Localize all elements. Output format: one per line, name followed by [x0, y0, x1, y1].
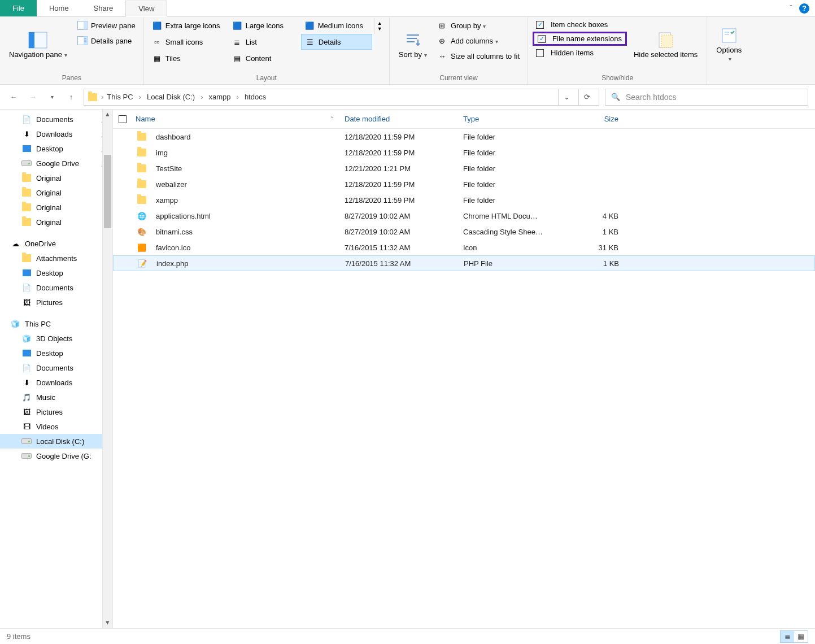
this-pc-item[interactable]: 🎞Videos	[0, 419, 112, 434]
this-pc-item[interactable]: Local Disk (C:)	[0, 434, 112, 449]
tree-this-pc[interactable]: 🧊This PC	[0, 316, 112, 331]
tab-view[interactable]: View	[125, 1, 167, 17]
file-row[interactable]: webalizer12/18/2020 11:59 PMFile folder	[113, 176, 815, 192]
search-box[interactable]: 🔍	[605, 89, 808, 106]
details-pane-button[interactable]: Details pane	[74, 33, 139, 48]
navigation-pane-button[interactable]: Navigation pane	[5, 18, 72, 71]
breadcrumb-sep-icon[interactable]: ›	[101, 93, 103, 101]
tab-home[interactable]: Home	[37, 0, 81, 16]
nav-forward-button[interactable]: →	[26, 90, 40, 104]
this-pc-item[interactable]: 📄Documents	[0, 360, 112, 375]
file-row[interactable]: xampp12/18/2020 11:59 PMFile folder	[113, 192, 815, 208]
file-name: applications.html	[156, 212, 211, 220]
ribbon-group-options: Options	[707, 17, 751, 84]
scroll-up-icon[interactable]: ▴	[103, 110, 112, 120]
file-row[interactable]: TestSite12/21/2020 1:21 PMFile folder	[113, 160, 815, 176]
view-toggle-icons[interactable]: ▦	[794, 631, 808, 642]
layout-tiles[interactable]: ▦Tiles	[149, 51, 228, 66]
drive-icon	[21, 158, 32, 168]
tab-file[interactable]: File	[0, 0, 37, 16]
hidden-items-toggle[interactable]: Hidden items	[533, 46, 627, 59]
quick-access-item[interactable]: 📄Documents📌	[0, 112, 112, 127]
tree-onedrive[interactable]: ☁OneDrive	[0, 236, 112, 251]
column-header-date[interactable]: Date modified	[345, 115, 463, 123]
sort-by-button[interactable]: Sort by	[394, 18, 432, 71]
details-view-icon: ☰	[305, 37, 315, 47]
refresh-button[interactable]: ⟳	[578, 89, 595, 105]
scroll-thumb[interactable]	[104, 155, 111, 228]
file-name: bitnami.css	[156, 228, 193, 236]
quick-access-item[interactable]: Original	[0, 171, 112, 185]
breadcrumb-sep-icon[interactable]: ›	[139, 93, 141, 101]
breadcrumb-sep-icon[interactable]: ›	[237, 93, 239, 101]
search-input[interactable]	[626, 93, 802, 102]
group-by-button[interactable]: ⊞Group by	[434, 18, 523, 33]
cloud-icon: ☁	[10, 238, 20, 249]
nav-recent-dropdown[interactable]: ▾	[45, 90, 59, 104]
layout-large-icons[interactable]: 🟦Large icons	[229, 18, 300, 33]
file-row[interactable]: 🎨bitnami.css8/27/2019 10:02 AMCascading …	[113, 224, 815, 240]
breadcrumb-item[interactable]: This PC	[107, 93, 133, 101]
onedrive-item[interactable]: 📄Documents	[0, 280, 112, 295]
file-row[interactable]: 📝index.php7/16/2015 11:32 AMPHP File1 KB	[113, 255, 815, 271]
tiles-icon: ▦	[152, 53, 162, 63]
item-count-label: 9 items	[7, 632, 30, 641]
breadcrumb-item[interactable]: xampp	[209, 93, 231, 101]
onedrive-item[interactable]: Desktop	[0, 266, 112, 280]
tree-scrollbar[interactable]: ▴ ▾	[102, 110, 112, 628]
quick-access-item[interactable]: Desktop📌	[0, 141, 112, 156]
this-pc-item[interactable]: 🖼Pictures	[0, 404, 112, 419]
file-name-extensions-toggle[interactable]: File name extensions	[533, 32, 627, 46]
layout-small-icons[interactable]: ▫▫Small icons	[149, 34, 228, 50]
size-all-columns-button[interactable]: ↔Size all columns to fit	[434, 49, 523, 63]
layout-medium-icons[interactable]: 🟦Medium icons	[301, 18, 372, 33]
preview-pane-button[interactable]: Preview pane	[74, 18, 139, 33]
nav-up-button[interactable]: ↑	[64, 90, 78, 104]
quick-access-item[interactable]: Original	[0, 215, 112, 229]
onedrive-item[interactable]: Attachments	[0, 251, 112, 266]
quick-access-item[interactable]: Google Drive📌	[0, 156, 112, 171]
quick-access-item[interactable]: ⬇Downloads📌	[0, 127, 112, 141]
minimize-ribbon-icon[interactable]: ˆ	[790, 4, 792, 13]
onedrive-item[interactable]: 🖼Pictures	[0, 295, 112, 310]
file-row[interactable]: 🟧favicon.ico7/16/2015 11:32 AMIcon31 KB	[113, 240, 815, 255]
file-type: File folder	[463, 180, 562, 189]
layout-more-dropdown[interactable]: ▲▼	[374, 18, 385, 34]
address-history-dropdown[interactable]: ⌄	[558, 89, 575, 105]
this-pc-item[interactable]: Google Drive (G:	[0, 449, 112, 463]
status-bar: 9 items ≣ ▦	[0, 628, 815, 644]
options-button[interactable]: Options	[712, 18, 746, 71]
item-check-boxes-toggle[interactable]: Item check boxes	[533, 18, 627, 31]
column-header-size[interactable]: Size	[562, 115, 624, 123]
this-pc-item[interactable]: ⬇Downloads	[0, 375, 112, 390]
layout-details[interactable]: ☰Details	[301, 34, 372, 50]
ribbon-group-panes-label: Panes	[5, 73, 139, 84]
breadcrumb-item[interactable]: Local Disk (C:)	[147, 93, 195, 101]
layout-content[interactable]: ▤Content	[229, 51, 300, 66]
column-header-name[interactable]: Name˄	[136, 115, 345, 123]
tree-item-label: Desktop	[36, 145, 63, 153]
file-row[interactable]: 🌐applications.html8/27/2019 10:02 AMChro…	[113, 208, 815, 224]
this-pc-item[interactable]: Desktop	[0, 346, 112, 360]
address-bar[interactable]: › This PC›Local Disk (C:)›xampp›htdocs ⌄…	[84, 89, 599, 106]
nav-back-button[interactable]: ←	[7, 90, 20, 104]
layout-list[interactable]: ≣List	[229, 34, 300, 50]
chevron-down-icon: ▼	[377, 26, 382, 32]
hide-selected-items-button[interactable]: Hide selected items	[629, 18, 702, 71]
layout-extra-large-icons[interactable]: 🟦Extra large icons	[149, 18, 228, 33]
add-columns-button[interactable]: ⊕Add columns	[434, 33, 523, 48]
view-toggle-details[interactable]: ≣	[781, 631, 794, 642]
help-icon[interactable]: ?	[799, 3, 809, 14]
this-pc-item[interactable]: 🧊3D Objects	[0, 331, 112, 346]
file-row[interactable]: dashboard12/18/2020 11:59 PMFile folder	[113, 129, 815, 145]
breadcrumb-item[interactable]: htdocs	[245, 93, 266, 101]
column-header-type[interactable]: Type	[463, 115, 562, 123]
this-pc-item[interactable]: 🎵Music	[0, 390, 112, 404]
scroll-down-icon[interactable]: ▾	[103, 618, 112, 628]
quick-access-item[interactable]: Original	[0, 185, 112, 200]
quick-access-item[interactable]: Original	[0, 200, 112, 215]
tab-share[interactable]: Share	[81, 0, 126, 16]
file-row[interactable]: img12/18/2020 11:59 PMFile folder	[113, 145, 815, 160]
select-all-checkbox[interactable]	[119, 115, 127, 123]
breadcrumb-sep-icon[interactable]: ›	[201, 93, 203, 101]
